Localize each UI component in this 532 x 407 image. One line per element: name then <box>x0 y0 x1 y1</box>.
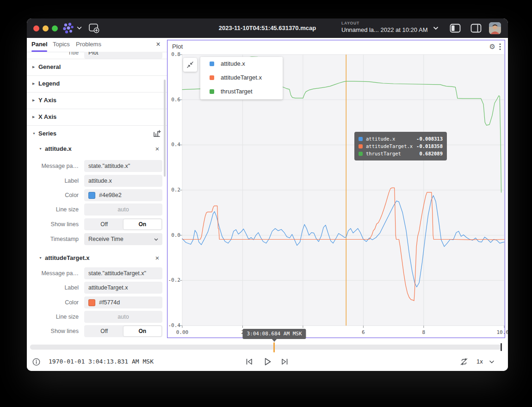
chevron-down-icon: ▼ <box>32 125 36 142</box>
tab-panel[interactable]: Panel <box>31 38 48 50</box>
current-timestamp: 1970-01-01 3:04:13.831 AM MSK <box>49 352 154 371</box>
chevron-right-icon: ▶ <box>32 109 35 125</box>
y-tick-label: 0.6 <box>167 97 180 103</box>
zoom-window-button[interactable] <box>52 25 58 31</box>
toggle-left-sidebar-icon[interactable] <box>450 24 461 33</box>
add-series-icon[interactable] <box>153 130 161 137</box>
tooltip-row: attitude.x -0.008313 <box>359 135 443 142</box>
x-tick-label: 0.00 <box>176 329 189 335</box>
color-swatch[interactable] <box>88 299 95 306</box>
minimize-window-button[interactable] <box>43 25 49 31</box>
series-label-input[interactable]: attitude.x <box>84 175 162 187</box>
seek-backward-button[interactable] <box>245 352 254 371</box>
sidebar-scrollbar[interactable] <box>164 80 166 177</box>
data-source-chevron-icon[interactable] <box>77 26 82 30</box>
tooltip-row: attitudeTarget.x -0.018358 <box>359 142 443 150</box>
playback-speed[interactable]: 1x <box>476 352 483 371</box>
chevron-right-icon: ▶ <box>32 75 35 92</box>
series-color-swatch <box>210 62 214 66</box>
repeat-off-icon[interactable] <box>460 352 468 371</box>
line-size-input[interactable]: auto <box>84 204 162 216</box>
panel-settings-sidebar: Panel Topics Problems × Title Plot ▶ Gen… <box>27 38 167 343</box>
show-lines-on-button[interactable]: On <box>124 219 162 229</box>
line-size-input[interactable]: auto <box>84 311 162 323</box>
legend-item[interactable]: thrustTarget <box>200 85 283 99</box>
message-path-label: Message pa… <box>27 160 79 172</box>
panel-menu-kebab-icon[interactable] <box>499 43 501 50</box>
info-icon[interactable] <box>32 358 40 366</box>
series-color-swatch <box>210 89 214 94</box>
remove-series-icon[interactable]: × <box>152 144 162 154</box>
toggle-right-sidebar-icon[interactable] <box>470 24 482 33</box>
seek-forward-button[interactable] <box>280 352 289 371</box>
panel-settings-gear-icon[interactable]: ⚙ <box>489 41 495 52</box>
series-attitude-x-header[interactable]: ▼ attitude.x × <box>27 142 167 156</box>
show-lines-toggle: Off On <box>84 325 162 337</box>
titlebar: 2023-11-10T04:51:45.631370.mcap LAYOUT U… <box>27 18 508 38</box>
series-attitudetarget-x-header[interactable]: ▼ attitudeTarget.x × <box>27 251 167 265</box>
add-panel-icon[interactable] <box>88 23 99 33</box>
collapse-legend-button[interactable] <box>183 58 197 72</box>
chevron-right-icon: ▶ <box>32 92 35 109</box>
section-legend[interactable]: ▶ Legend <box>27 75 167 92</box>
y-tick-label: 0.8 <box>167 51 180 57</box>
color-input[interactable]: #f5774d <box>84 296 162 308</box>
layout-chevron-icon[interactable] <box>433 26 439 30</box>
layout-name: Unnamed la... 2022 at 10:20 AM <box>341 26 443 33</box>
user-avatar[interactable] <box>489 22 501 34</box>
series-color-swatch <box>359 137 363 141</box>
close-window-button[interactable] <box>33 25 39 31</box>
x-axis-tick-labels: 0.00246810.67 <box>182 329 504 336</box>
show-lines-off-button[interactable]: Off <box>85 219 124 229</box>
playback-scrubber[interactable] <box>30 345 502 350</box>
series-label-input[interactable]: attitudeTarget.x <box>84 282 162 294</box>
speed-chevron-icon[interactable] <box>489 360 494 364</box>
section-x-axis[interactable]: ▶ X Axis <box>27 109 167 125</box>
message-path-label: Message pa… <box>27 267 79 279</box>
x-tick-label: 10.67 <box>496 329 508 335</box>
chevron-down-icon: ▼ <box>39 142 42 156</box>
foxglove-logo-icon <box>62 22 75 34</box>
tab-topics[interactable]: Topics <box>53 38 70 50</box>
section-series[interactable]: ▼ Series <box>27 125 167 142</box>
series-color-swatch <box>210 75 214 80</box>
remove-series-icon[interactable]: × <box>152 253 162 263</box>
tab-problems[interactable]: Problems <box>76 38 101 50</box>
title-field-label: Title <box>27 52 79 59</box>
panel-title-input[interactable]: Plot <box>84 52 162 59</box>
color-label: Color <box>27 189 79 201</box>
section-y-axis[interactable]: ▶ Y Axis <box>27 92 167 109</box>
app-window: 2023-11-10T04:51:45.631370.mcap LAYOUT U… <box>27 18 508 371</box>
y-tick-label: -0.4 <box>167 322 180 328</box>
scrub-tooltip-caret <box>272 339 277 342</box>
layout-menu[interactable]: LAYOUT Unnamed la... 2022 at 10:20 AM <box>341 21 443 33</box>
chevron-right-icon: ▶ <box>32 59 35 75</box>
message-path-input[interactable]: state."attitudeTarget.x" <box>84 267 162 279</box>
hover-values-tooltip: attitude.x -0.008313 attitudeTarget.x -0… <box>354 132 447 160</box>
play-button[interactable] <box>263 352 272 371</box>
close-sidebar-icon[interactable]: × <box>153 39 163 49</box>
legend-item[interactable]: attitudeTarget.x <box>200 71 283 85</box>
scrubber-end-marker <box>501 343 502 351</box>
message-path-input[interactable]: state."attitude.x" <box>84 160 162 172</box>
y-tick-label: 0.2 <box>167 187 180 193</box>
color-input[interactable]: #4e98e2 <box>84 189 162 201</box>
x-tick-label: 8 <box>422 329 426 335</box>
plot-legend: attitude.x attitudeTarget.x thrustTarget <box>200 57 283 99</box>
show-lines-on-button[interactable]: On <box>124 326 162 336</box>
timestamp-select[interactable]: Receive Time <box>84 233 162 245</box>
show-lines-label: Show lines <box>27 218 79 230</box>
series-color-swatch <box>359 152 363 156</box>
scrolled-title-row: Title Plot <box>27 52 167 59</box>
color-swatch[interactable] <box>88 192 95 199</box>
line-size-label: Line size <box>27 311 79 323</box>
label-label: Label <box>27 175 79 187</box>
chevron-down-icon: ▼ <box>39 251 42 265</box>
y-tick-label: 0.4 <box>167 142 180 148</box>
playhead-marker[interactable] <box>273 342 275 352</box>
show-lines-off-button[interactable]: Off <box>85 326 124 336</box>
timestamp-label: Timestamp <box>27 233 79 245</box>
y-tick-label: -0.2 <box>167 277 180 283</box>
section-general[interactable]: ▶ General <box>27 59 167 75</box>
legend-item[interactable]: attitude.x <box>200 57 283 71</box>
